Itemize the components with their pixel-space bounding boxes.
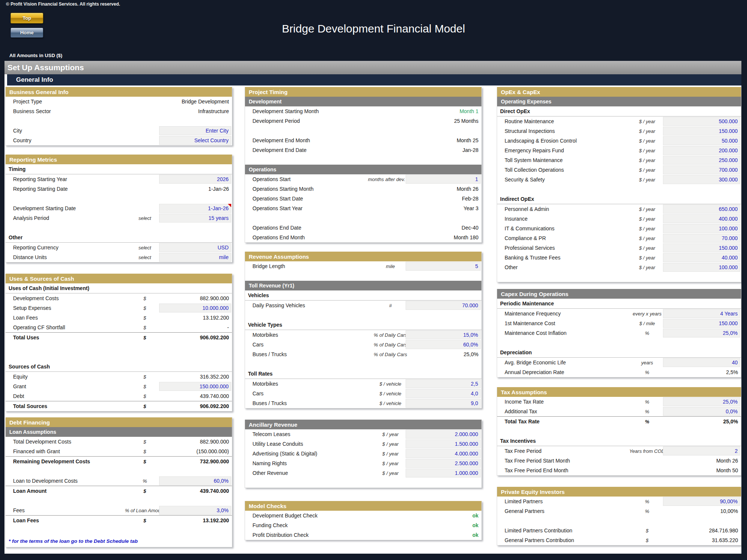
data-row: CityEnter City [6,126,232,136]
group-label: Vehicle Types [248,322,282,328]
input-cell[interactable]: 500.000 [663,117,740,126]
input-cell[interactable]: 650.000 [663,205,740,214]
row-label: General Partners [505,508,545,514]
row-value: 70.000 [462,302,478,308]
data-row: Advertising (Static & Digital)$ / year4.… [245,449,481,458]
data-row: Development Period25 Months [245,116,481,126]
input-cell[interactable]: 2.000.000 [406,430,481,439]
value-cell: ok [406,511,481,520]
subsection-header: Loan Assumptions [6,427,232,437]
row-value: USD [217,245,229,251]
row-label: Reporting Starting Date [13,186,68,192]
row-label: Telecom Leases [252,431,290,437]
row-value: Month 50 [716,467,738,473]
input-cell[interactable]: 60,0% [406,340,481,349]
input-cell[interactable]: 300.000 [663,175,740,184]
input-cell[interactable]: 9,0 [406,399,481,408]
input-cell[interactable]: 25,0% [663,397,740,406]
row-value: 15,0% [463,332,478,338]
input-cell[interactable]: 0,0% [663,407,740,416]
input-cell[interactable]: 100.000 [663,224,740,233]
input-cell[interactable]: 100.000 [663,263,740,272]
input-cell[interactable]: 150.000 [663,319,740,328]
data-row: Structural Inspections$ / year150.000 [497,126,741,136]
input-cell[interactable]: 150.000 [663,127,740,136]
data-row: Motorbikes$ / vehicle2,5 [245,379,481,389]
input-cell[interactable]: 400.000 [663,214,740,223]
row-label: Utility Lease Conduits [252,441,303,447]
data-row: Banking & Trustee Fees$ / year40.000 [497,253,741,262]
input-cell[interactable]: 15,0% [406,330,481,339]
row-value: 4 Years [720,311,738,317]
input-cell[interactable]: 1-Jan-26 [159,204,231,213]
input-cell[interactable]: 5 [406,262,481,271]
input-cell[interactable]: 4.000.000 [406,449,481,458]
input-cell[interactable]: 90,00% [663,497,740,506]
input-cell[interactable]: 1.000.000 [406,469,481,477]
input-cell[interactable]: Enter City [159,126,231,135]
row-value: 150.000 [719,128,738,134]
input-cell[interactable]: 40 [663,358,740,367]
input-cell[interactable]: 4 Years [663,309,740,318]
data-row: IT & Communications$ / year100.000 [497,224,741,233]
row-label: IT & Communications [505,225,555,231]
value-cell: Month 25 [406,136,481,145]
row-label: Annual Depreciation Rate [505,369,564,375]
value-cell: Infrastructure [160,107,231,116]
input-cell[interactable]: 70.000 [406,301,481,310]
value-cell: Dec-40 [406,223,481,232]
data-row: Toll System Maintenance$ / year250.000 [497,155,741,165]
row-value: Year 3 [464,205,478,211]
spacer-row [245,155,481,165]
group-header-row: Toll Rates [245,369,481,379]
input-cell[interactable]: 2.500.000 [406,459,481,468]
input-cell[interactable]: 10.000.000 [159,304,231,312]
panel: Private Equity InvestorsLimited Partners… [497,487,741,545]
input-cell[interactable]: 150.000 [663,243,740,252]
row-label: City [13,128,22,134]
input-cell[interactable]: 2026 [159,175,231,184]
row-label: Financed with Grant [13,448,60,454]
data-row: Development End MonthMonth 25 [245,136,481,145]
value-cell: 2,5% [664,368,740,377]
input-cell[interactable]: 50.000 [663,136,740,145]
row-label: Grant [13,383,26,389]
input-cell[interactable]: 60,0% [159,476,231,485]
data-row: Operating CF Shortfall$- [6,323,232,332]
input-cell[interactable]: 2,5 [406,379,481,388]
row-value: 90,00% [720,498,738,504]
input-cell[interactable]: mile [159,253,231,262]
row-value: 25,0% [723,399,738,405]
group-label: Periodic Maintenance [500,301,554,307]
input-cell[interactable]: 200.000 [663,146,740,155]
input-cell[interactable]: 1 [406,175,481,184]
input-cell[interactable]: 15 years [159,214,231,223]
input-cell[interactable]: 700.000 [663,165,740,174]
input-cell[interactable]: 3,0% [159,506,231,515]
data-row: Insurance$ / year400.000 [497,214,741,224]
input-cell[interactable]: 4,0 [406,389,481,398]
row-label: Development Budget Check [252,513,317,519]
data-row: Routine Maintenance$ / year500.000 [497,116,741,126]
row-label: Motorbikes [252,381,278,387]
input-cell[interactable]: 40.000 [663,253,740,262]
input-cell[interactable]: 150.000.000 [159,382,231,391]
row-label: Routine Maintenance [505,118,554,124]
input-cell[interactable]: 2 [663,447,740,455]
row-value: 439.740.000 [200,488,229,494]
input-cell[interactable]: 1.500.000 [406,439,481,448]
data-row: Limited Partners%90,00% [497,497,741,506]
input-cell[interactable]: 70.000 [663,234,740,243]
data-row: Personnel & Admin$ / year650.000 [497,204,741,214]
input-cell[interactable]: 250.000 [663,156,740,165]
row-label: Remaining Development Costs [13,458,90,464]
data-row: Compliance & PR$ / year70.000 [497,233,741,243]
input-cell[interactable]: USD [159,243,231,252]
input-cell[interactable]: 25,0% [663,329,740,337]
check-value: ok [472,522,478,528]
row-value: Month 180 [454,234,478,240]
row-value: Month 25 [457,137,478,143]
data-row: Avg. Bridge Economic Lifeyears40 [497,358,741,367]
input-cell[interactable]: Select Country [159,136,231,145]
top-button[interactable]: Top [10,13,43,24]
